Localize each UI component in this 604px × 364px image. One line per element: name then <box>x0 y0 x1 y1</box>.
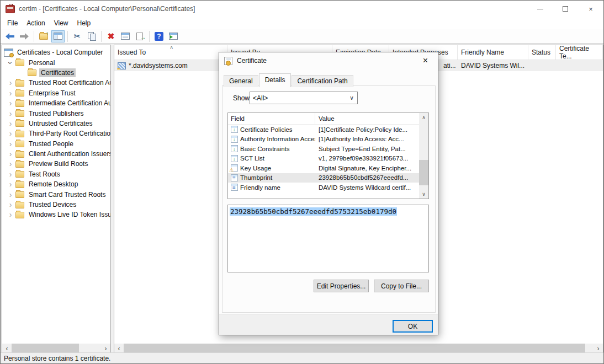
certificate-icon <box>224 57 232 65</box>
tree-chevron-icon[interactable] <box>6 140 15 148</box>
value-column-header[interactable]: Value <box>315 115 428 122</box>
tree-item[interactable]: Untrusted Certificates <box>2 119 110 129</box>
column-status[interactable]: Status <box>528 45 556 60</box>
folder-icon <box>15 181 24 188</box>
properties-button[interactable] <box>119 30 132 42</box>
tree-item-label: Personal <box>27 58 56 67</box>
tree-item[interactable]: Intermediate Certification Au <box>2 98 110 108</box>
dialog-tab[interactable]: General <box>224 75 258 87</box>
close-icon: × <box>589 5 593 13</box>
field-row[interactable]: Basic Constraints Subject Type=End Entit… <box>228 144 428 154</box>
export-list-button[interactable]: → <box>133 30 146 42</box>
maximize-button[interactable] <box>553 1 578 17</box>
tree-chevron-icon[interactable] <box>6 89 15 97</box>
field-row[interactable]: SCT List v1, 2979bef09e393921f05673... <box>228 154 428 164</box>
tree-item-root[interactable]: Certificates - Local Computer <box>2 47 110 57</box>
tree-item[interactable]: Trusted People <box>2 139 110 149</box>
tree-item[interactable]: Client Authentication Issuers <box>2 149 110 159</box>
scroll-left-icon[interactable]: ‹ <box>2 344 12 353</box>
tree-item[interactable]: Smart Card Trusted Roots <box>2 189 110 199</box>
copy-button[interactable] <box>85 30 98 42</box>
column-issued-to[interactable]: Issued To ∧ <box>114 45 227 60</box>
tree-chevron-icon[interactable] <box>6 191 15 199</box>
properties-icon <box>121 33 130 40</box>
certlm-window: certlm - [Certificates - Local Computer\… <box>0 0 604 364</box>
scroll-left-icon[interactable]: ‹ <box>114 344 124 353</box>
scroll-right-icon[interactable]: › <box>101 344 110 353</box>
tree-item-label: Enterprise Trust <box>27 89 77 98</box>
close-button[interactable]: × <box>578 1 603 17</box>
tree-chevron-icon[interactable] <box>6 110 15 117</box>
help-button[interactable]: ? <box>152 30 166 42</box>
menu-help[interactable]: Help <box>73 18 96 29</box>
tree-chevron-icon[interactable] <box>6 120 15 127</box>
tree-item[interactable]: Trusted Devices <box>2 200 110 210</box>
tree-chevron-icon[interactable] <box>6 130 15 137</box>
field-row[interactable]: Key Usage Digital Signature, Key Enciphe… <box>228 163 428 173</box>
scroll-down-icon[interactable]: ∨ <box>419 190 428 199</box>
field-row[interactable]: Friendly name DAVID Systems Wildcard cer… <box>228 183 428 192</box>
help-icon: ? <box>155 32 163 41</box>
field-value: [1]Authority Info Access: Acc... <box>315 136 419 142</box>
list-horizontal-scrollbar[interactable]: ‹ › <box>114 344 603 353</box>
menu-action[interactable]: Action <box>22 18 49 29</box>
cut-button[interactable]: ✂ <box>71 30 84 42</box>
tree-chevron-icon[interactable] <box>6 99 15 107</box>
tree-chevron-icon[interactable] <box>6 180 15 188</box>
scrollbar-thumb[interactable] <box>12 344 79 353</box>
ok-button[interactable]: OK <box>393 320 433 333</box>
tree-item[interactable]: Test Roots <box>2 169 110 179</box>
tree-chevron-icon[interactable] <box>6 79 15 87</box>
tree-chevron-icon[interactable] <box>6 201 15 208</box>
dialog-tab[interactable]: Details <box>259 73 292 87</box>
show-console-tree-button[interactable] <box>51 30 65 42</box>
tree-item[interactable]: Enterprise Trust <box>2 88 110 98</box>
menu-file[interactable]: File <box>3 18 22 29</box>
up-one-level-icon: ↑ <box>39 33 48 40</box>
field-detail-box[interactable]: 23928b65b50cbdf5267eeedfd5753215eb0179d0 <box>227 205 429 272</box>
tree-item[interactable]: Windows Live ID Token Issuer <box>2 210 110 220</box>
show-dropdown[interactable]: <All> ∨ <box>250 92 358 104</box>
tree-chevron-icon[interactable] <box>6 160 15 168</box>
column-friendly-name[interactable]: Friendly Name <box>458 45 528 60</box>
scrollbar-thumb[interactable] <box>419 160 428 185</box>
tree-item[interactable]: Remote Desktop <box>2 179 110 189</box>
tree-horizontal-scrollbar[interactable]: ‹ › <box>2 344 110 353</box>
tree-item[interactable]: Trusted Publishers <box>2 108 110 118</box>
edit-properties-button[interactable]: Edit Properties... <box>314 280 369 292</box>
scroll-up-icon[interactable]: ∧ <box>419 113 428 122</box>
tree-item[interactable]: Certificates <box>2 68 110 78</box>
field-icon <box>231 164 238 172</box>
tree-item-label: Remote Desktop <box>27 180 80 189</box>
back-button[interactable] <box>3 30 17 42</box>
tree-chevron-icon[interactable] <box>6 170 15 178</box>
new-window-button[interactable] <box>167 30 180 42</box>
field-row[interactable]: Certificate Policies [1]Certificate Poli… <box>228 125 428 135</box>
dialog-tab[interactable]: Certification Path <box>292 75 353 87</box>
tree-chevron-icon[interactable] <box>6 150 15 158</box>
field-row[interactable]: Authority Information Access [1]Authorit… <box>228 135 428 144</box>
field-column-header[interactable]: Field <box>228 113 315 124</box>
menu-view[interactable]: View <box>50 18 73 29</box>
tree-item[interactable]: Third-Party Root Certification <box>2 129 110 138</box>
up-one-level-button[interactable]: ↑ <box>37 30 50 42</box>
status-text: Personal store contains 1 certificate. <box>4 355 110 362</box>
delete-button[interactable]: ✖ <box>104 30 118 42</box>
tree-chevron-icon[interactable] <box>6 59 15 67</box>
dialog-close-button[interactable]: × <box>413 52 438 68</box>
tree-item[interactable]: Personal <box>2 57 110 67</box>
export-list-icon: → <box>136 33 143 40</box>
scroll-right-icon[interactable]: › <box>594 344 603 353</box>
field-row[interactable]: Thumbprint 23928b65b50cbdf5267eeedfd... <box>228 173 428 183</box>
tree-chevron-icon[interactable] <box>6 211 15 218</box>
thumbprint-value[interactable]: 23928b65b50cbdf5267eeedfd5753215eb0179d0 <box>230 207 397 216</box>
column-certificate-template[interactable]: Certificate Te... <box>556 45 603 60</box>
scrollbar-thumb[interactable] <box>124 344 585 353</box>
copy-to-file-button[interactable]: Copy to File... <box>374 280 429 292</box>
forward-button[interactable] <box>18 30 31 42</box>
field-list-scrollbar[interactable]: ∧ ∨ <box>419 113 428 199</box>
tree-item[interactable]: Trusted Root Certification Au <box>2 78 110 88</box>
tree-item[interactable]: Preview Build Roots <box>2 159 110 169</box>
tree-item-label: Client Authentication Issuers <box>27 149 111 158</box>
minimize-button[interactable] <box>527 1 553 17</box>
